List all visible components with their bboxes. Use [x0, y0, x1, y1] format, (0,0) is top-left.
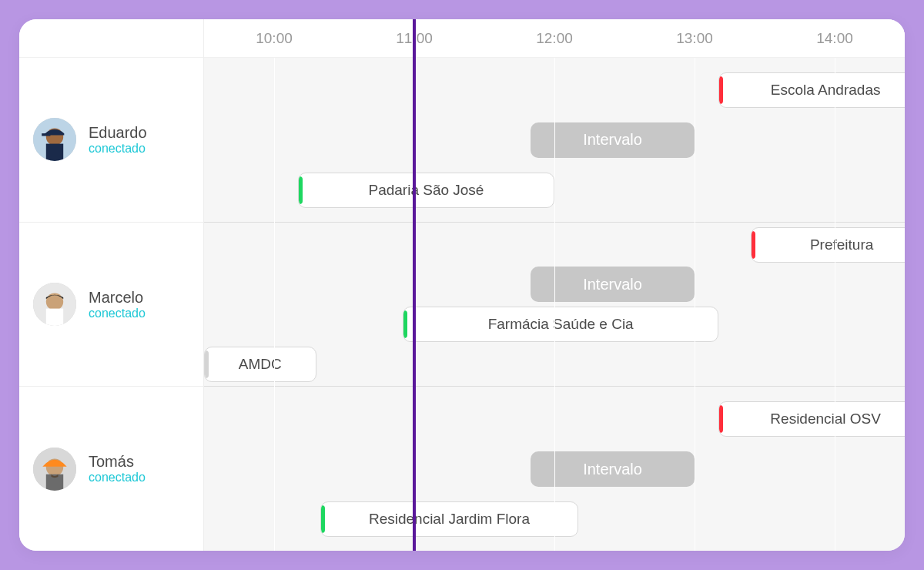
task-block[interactable]: Padaria São José: [298, 173, 554, 208]
status-stripe: [751, 231, 755, 259]
status-stripe: [298, 176, 303, 204]
time-tick: 14:00: [816, 19, 853, 58]
status-stripe: [718, 405, 723, 433]
task-label: Prefeitura: [810, 236, 873, 253]
time-tick: 10:00: [256, 19, 293, 58]
status-stripe: [204, 350, 209, 378]
technician-status: conectado: [89, 307, 146, 320]
break-label: Intervalo: [583, 276, 642, 293]
current-time-indicator: [413, 19, 416, 551]
technician-name: Marcelo: [89, 289, 146, 307]
technician-row[interactable]: Eduardoconectado: [19, 58, 203, 223]
task-block[interactable]: Residencial Jardim Flora: [320, 501, 578, 537]
break-label: Intervalo: [583, 461, 642, 478]
svg-rect-2: [46, 144, 63, 161]
avatar: [33, 448, 76, 491]
task-label: Padaria São José: [368, 182, 484, 199]
technician-row[interactable]: Tomásconectado: [19, 387, 203, 551]
technician-status: conectado: [89, 142, 147, 156]
grid-line: [695, 58, 695, 551]
avatar: [33, 118, 76, 161]
task-label: Residencial OSV: [770, 411, 881, 428]
technician-info: Tomásconectado: [89, 453, 146, 484]
svg-rect-6: [46, 309, 63, 326]
task-block[interactable]: Residencial OSV: [718, 401, 905, 437]
svg-point-5: [46, 293, 63, 310]
time-header: 10:0011:0012:0013:0014:00: [204, 19, 905, 58]
status-stripe: [718, 76, 723, 104]
technician-name: Eduardo: [89, 124, 147, 142]
svg-rect-3: [42, 133, 50, 136]
grid-line: [274, 58, 275, 551]
time-tick: 12:00: [536, 19, 573, 58]
technician-status: conectado: [89, 471, 146, 484]
grid-line: [835, 58, 835, 551]
status-stripe: [403, 310, 407, 338]
technician-name: Tomás: [89, 453, 146, 471]
task-label: Residencial Jardim Flora: [369, 511, 530, 528]
sidebar-header: [19, 19, 203, 58]
task-block[interactable]: Escola Andradas: [718, 72, 905, 108]
task-block[interactable]: AMDC: [204, 347, 316, 382]
schedule-panel: EduardoconectadoMarceloconectadoTomáscon…: [19, 19, 905, 551]
technician-info: Eduardoconectado: [89, 124, 147, 156]
task-label: Farmácia Saúde e Cia: [488, 316, 634, 333]
break-label: Intervalo: [583, 131, 642, 149]
technician-row[interactable]: Marceloconectado: [19, 223, 203, 387]
task-label: AMDC: [239, 356, 282, 373]
technician-info: Marceloconectado: [89, 289, 146, 320]
time-tick: 13:00: [676, 19, 713, 58]
avatar: [33, 283, 76, 326]
task-block[interactable]: Prefeitura: [751, 227, 905, 263]
task-label: Escola Andradas: [771, 82, 881, 99]
status-stripe: [320, 505, 325, 533]
technician-sidebar: EduardoconectadoMarceloconectadoTomáscon…: [19, 19, 204, 551]
timeline[interactable]: 10:0011:0012:0013:0014:00 Padaria São Jo…: [204, 19, 905, 551]
grid-line: [554, 58, 555, 551]
task-block[interactable]: Farmácia Saúde e Cia: [403, 307, 718, 342]
